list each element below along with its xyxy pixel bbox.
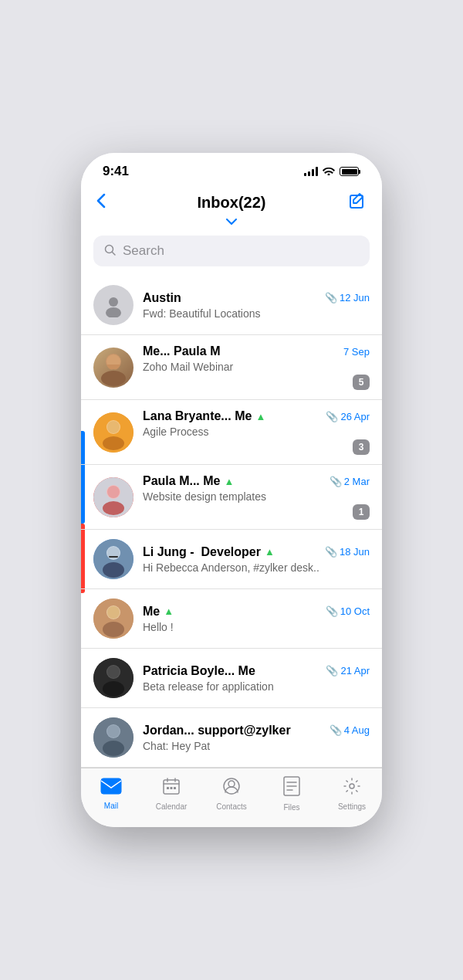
- email-top-jordan: Jordan... support@zylker 📎 4 Aug: [143, 724, 370, 738]
- email-item-me-paula[interactable]: Me... Paula M 7 Sep Zoho Mail Webinar 5: [81, 335, 382, 400]
- search-input-wrap[interactable]: Search: [93, 236, 370, 266]
- nav-item-contacts[interactable]: Contacts: [201, 777, 262, 811]
- email-sender-paulam: Paula M... Me ▲: [143, 474, 234, 488]
- avatar-paulam: [93, 477, 133, 517]
- email-subject-me-paula: Zoho Mail Webinar: [143, 361, 370, 373]
- email-date-jordan: 📎 4 Aug: [330, 724, 370, 736]
- wifi-icon: [323, 166, 335, 178]
- compose-button[interactable]: [336, 192, 367, 214]
- nav-item-mail[interactable]: Mail: [81, 778, 141, 810]
- email-sender-austin: Austin: [143, 291, 181, 305]
- page-title: Inbox(22): [198, 194, 266, 212]
- svg-point-30: [103, 741, 124, 756]
- calendar-label: Calendar: [156, 802, 188, 811]
- attachment-icon-jordan: 📎: [330, 724, 342, 736]
- email-subject-austin: Fwd: Beautiful Locations: [143, 307, 370, 320]
- email-sender-lijung: Li Jung - Developer ▲: [143, 545, 275, 559]
- avatar-austin: [93, 285, 133, 325]
- back-button[interactable]: [96, 193, 127, 212]
- email-content-patricia: Patricia Boyle... Me 📎 21 Apr Beta relea…: [143, 664, 370, 693]
- avatar-lana: [93, 412, 133, 453]
- contacts-label: Contacts: [216, 802, 246, 811]
- avatar-me-paula: [93, 348, 133, 388]
- phone-frame: 9:41: [81, 153, 382, 827]
- email-content-lijung: Li Jung - Developer ▲ 📎 18 Jun Hi Rebecc…: [143, 545, 370, 574]
- email-content-lana: Lana Bryante... Me ▲ 📎 26 Apr Agile Proc…: [143, 409, 370, 455]
- email-item-me[interactable]: Me ▲ 📎 10 Oct Hello !: [81, 589, 382, 649]
- attachment-icon-lijung: 📎: [325, 546, 337, 558]
- search-icon: [104, 244, 117, 259]
- email-sender-me: Me ▲: [143, 605, 174, 619]
- calendar-icon: [162, 777, 181, 800]
- flag-icon-me: ▲: [164, 605, 174, 617]
- settings-icon: [343, 777, 361, 800]
- email-sender-me-paula: Me... Paula M: [143, 344, 220, 358]
- svg-point-13: [103, 501, 124, 515]
- flag-icon-lijung: ▲: [265, 546, 275, 558]
- avatar-me: [93, 599, 133, 639]
- email-top-patricia: Patricia Boyle... Me 📎 21 Apr: [143, 664, 370, 678]
- email-content-jordan: Jordan... support@zylker 📎 4 Aug Chat: H…: [143, 724, 370, 752]
- svg-point-14: [107, 486, 120, 498]
- mail-icon: [100, 778, 122, 799]
- search-bar: Search: [81, 229, 382, 276]
- email-sender-patricia: Patricia Boyle... Me: [143, 664, 255, 678]
- email-item-paulam[interactable]: Paula M... Me ▲ 📎 2 Mar Website design t…: [81, 465, 382, 530]
- email-item-lijung[interactable]: Li Jung - Developer ▲ 📎 18 Jun Hi Rebecc…: [81, 530, 382, 589]
- email-date-me-paula: 7 Sep: [343, 346, 370, 358]
- email-item-jordan[interactable]: Jordan... support@zylker 📎 4 Aug Chat: H…: [81, 708, 382, 768]
- email-date-lijung: 📎 18 Jun: [325, 546, 370, 558]
- email-badge-lana: 3: [353, 439, 370, 455]
- flag-icon-paulam: ▲: [224, 476, 234, 487]
- svg-point-22: [103, 622, 124, 637]
- files-icon: [283, 776, 300, 801]
- email-item-patricia[interactable]: Patricia Boyle... Me 📎 21 Apr Beta relea…: [81, 649, 382, 708]
- avatar-patricia: [93, 658, 133, 698]
- email-top-me-paula: Me... Paula M 7 Sep: [143, 344, 370, 358]
- avatar-lijung: [93, 539, 133, 579]
- svg-point-5: [101, 371, 126, 386]
- contacts-icon: [222, 777, 241, 800]
- email-badge-me-paula: 5: [353, 375, 370, 390]
- mail-label: Mail: [104, 802, 118, 810]
- svg-point-27: [107, 666, 120, 678]
- email-date-patricia: 📎 21 Apr: [326, 665, 370, 677]
- email-top-me: Me ▲ 📎 10 Oct: [143, 605, 370, 619]
- svg-point-40: [350, 784, 354, 788]
- svg-point-38: [228, 781, 235, 787]
- avatar-jordan: [93, 717, 133, 758]
- nav-item-settings[interactable]: Settings: [322, 777, 382, 811]
- email-item-lana[interactable]: Lana Bryante... Me ▲ 📎 26 Apr Agile Proc…: [81, 400, 382, 465]
- email-subject-lijung: Hi Rebecca Anderson, #zylker desk..: [143, 561, 370, 574]
- svg-point-10: [107, 421, 120, 433]
- email-date-austin: 📎 12 Jun: [325, 292, 370, 303]
- inbox-dropdown[interactable]: [81, 217, 382, 229]
- email-top-paulam: Paula M... Me ▲ 📎 2 Mar: [143, 474, 370, 488]
- attachment-icon-lana: 📎: [326, 411, 338, 422]
- header: Inbox(22): [81, 185, 382, 217]
- email-subject-lana: Agile Process: [143, 426, 370, 438]
- email-item-austin[interactable]: Austin 📎 12 Jun Fwd: Beautiful Locations: [81, 276, 382, 335]
- nav-item-files[interactable]: Files: [262, 776, 322, 812]
- svg-point-31: [107, 725, 120, 738]
- attachment-icon-austin: 📎: [325, 292, 337, 303]
- flag-icon-lana: ▲: [255, 411, 265, 422]
- attachment-icon-patricia: 📎: [326, 665, 338, 677]
- email-subject-patricia: Beta release for application: [143, 680, 370, 693]
- email-date-lana: 📎 26 Apr: [326, 411, 370, 422]
- files-label: Files: [283, 803, 299, 812]
- email-content-paulam: Paula M... Me ▲ 📎 2 Mar Website design t…: [143, 474, 370, 520]
- svg-point-26: [103, 681, 124, 697]
- email-list: Austin 📎 12 Jun Fwd: Beautiful Locations: [81, 276, 382, 768]
- svg-rect-35: [171, 787, 173, 789]
- svg-rect-32: [101, 778, 121, 794]
- status-bar: 9:41: [81, 153, 382, 185]
- status-icons: [304, 166, 360, 178]
- email-content-me-paula: Me... Paula M 7 Sep Zoho Mail Webinar 5: [143, 344, 370, 390]
- search-input[interactable]: Search: [123, 243, 164, 259]
- email-top-lana: Lana Bryante... Me ▲ 📎 26 Apr: [143, 409, 370, 423]
- email-subject-jordan: Chat: Hey Pat: [143, 740, 370, 752]
- nav-item-calendar[interactable]: Calendar: [141, 777, 201, 811]
- svg-point-3: [106, 307, 121, 317]
- status-time: 9:41: [103, 164, 129, 179]
